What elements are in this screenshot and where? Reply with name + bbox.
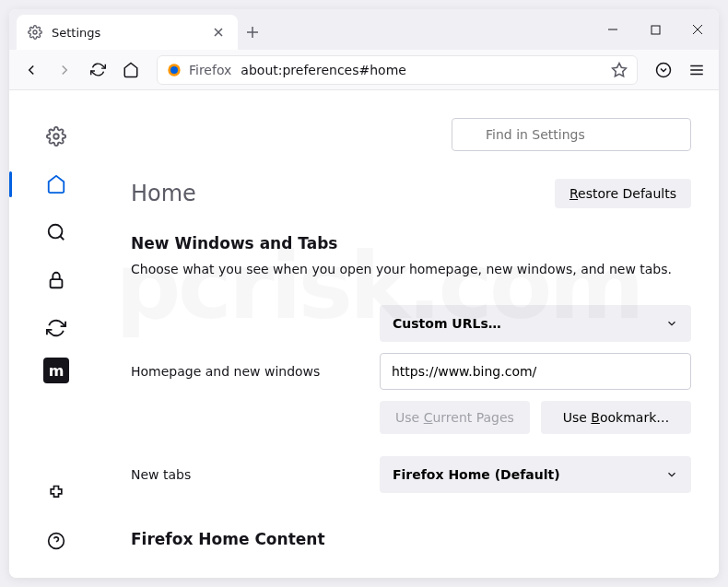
close-button[interactable]	[676, 9, 719, 50]
restore-defaults-button[interactable]: Restore Defaults	[555, 179, 691, 208]
new-tab-button[interactable]	[238, 15, 267, 50]
section-home-content-title: Firefox Home Content	[131, 530, 691, 548]
sidebar-help[interactable]	[38, 522, 75, 559]
bookmark-icon[interactable]	[611, 62, 628, 78]
sidebar-sync[interactable]	[38, 310, 75, 346]
sidebar-extensions[interactable]	[38, 475, 75, 511]
browser-tab[interactable]: Settings	[17, 15, 238, 50]
use-current-pages-button[interactable]: Use Current Pages	[380, 401, 530, 434]
sidebar-m[interactable]: m	[43, 358, 69, 383]
sidebar-home[interactable]	[38, 166, 75, 203]
firefox-icon	[167, 63, 182, 77]
svg-rect-1	[652, 26, 660, 34]
menu-button[interactable]	[682, 55, 711, 85]
titlebar: Settings	[9, 9, 719, 50]
homepage-select[interactable]: Custom URLs…	[380, 305, 691, 342]
settings-sidebar: m	[9, 90, 103, 578]
minimize-button[interactable]	[592, 9, 634, 50]
home-button[interactable]	[116, 55, 146, 85]
svg-point-3	[170, 66, 178, 74]
section-new-windows-desc: Choose what you see when you open your h…	[131, 260, 691, 279]
svg-rect-7	[51, 279, 63, 288]
url-text: Firefox about:preferences#home	[189, 63, 406, 77]
search-input[interactable]	[452, 118, 691, 151]
svg-marker-4	[613, 63, 627, 76]
chevron-down-icon	[665, 317, 678, 330]
page-title: Home	[131, 181, 196, 206]
pocket-icon[interactable]	[649, 55, 678, 85]
section-new-windows-title: New Windows and Tabs	[131, 234, 691, 252]
toolbar: Firefox about:preferences#home	[9, 50, 719, 90]
sidebar-privacy[interactable]	[38, 262, 75, 299]
sidebar-search[interactable]	[38, 214, 75, 251]
settings-main: Home Restore Defaults New Windows and Ta…	[103, 90, 719, 578]
newtabs-select[interactable]: Firefox Home (Default)	[380, 456, 691, 493]
tab-title: Settings	[52, 26, 201, 40]
url-bar[interactable]: Firefox about:preferences#home	[157, 55, 638, 85]
forward-button[interactable]	[50, 55, 79, 85]
svg-point-6	[49, 225, 63, 239]
homepage-label: Homepage and new windows	[131, 364, 361, 379]
svg-point-5	[53, 134, 59, 139]
reload-button[interactable]	[83, 55, 112, 85]
close-icon[interactable]	[210, 24, 227, 41]
back-button[interactable]	[17, 55, 46, 85]
maximize-button[interactable]	[634, 9, 676, 50]
svg-point-0	[33, 30, 37, 34]
gear-icon	[28, 25, 42, 40]
chevron-down-icon	[665, 468, 678, 481]
use-bookmark-button[interactable]: Use Bookmark…	[541, 401, 691, 434]
sidebar-general[interactable]	[38, 118, 75, 155]
newtabs-label: New tabs	[131, 467, 361, 482]
homepage-url-input[interactable]	[380, 353, 691, 390]
